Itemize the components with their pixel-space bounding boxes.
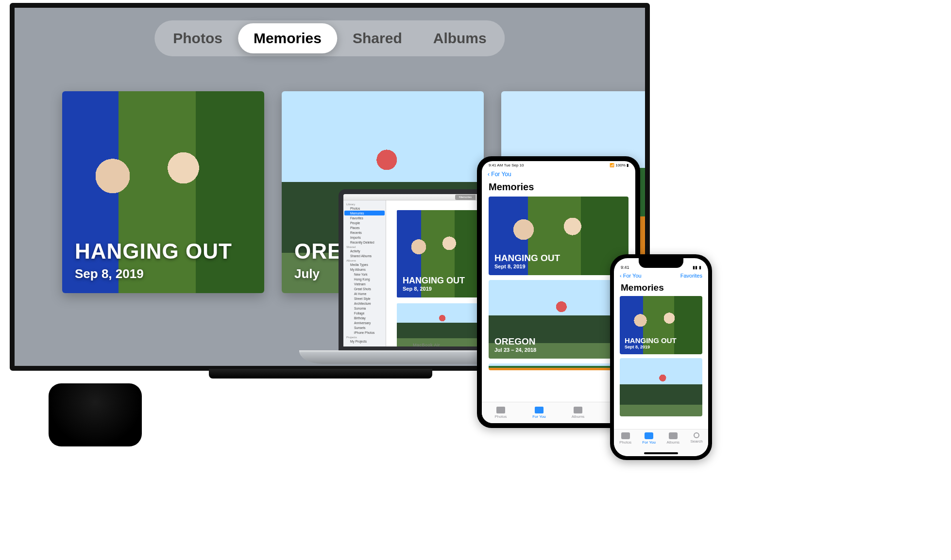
tab-for-you[interactable]: For You bbox=[642, 432, 656, 445]
sidebar-item-photos[interactable]: Photos bbox=[343, 206, 386, 211]
iphone-memory-card[interactable]: HANGING OUT Sept 8, 2019 bbox=[620, 296, 702, 354]
heart-icon bbox=[645, 432, 653, 439]
tab-albums[interactable]: Albums bbox=[666, 432, 679, 445]
status-battery: 📶 100% ▮ bbox=[610, 163, 628, 167]
sidebar-header-shared: Shared bbox=[343, 245, 386, 248]
sidebar-album[interactable]: Sonoma bbox=[343, 306, 386, 311]
sidebar-album[interactable]: New York bbox=[343, 272, 386, 277]
tv-top-tabs: Photos Memories Shared Albums bbox=[154, 20, 505, 56]
iphone-memory-card[interactable] bbox=[620, 358, 702, 416]
albums-icon bbox=[574, 407, 582, 413]
tv-tab-memories[interactable]: Memories bbox=[238, 23, 337, 53]
tv-tab-shared[interactable]: Shared bbox=[337, 23, 418, 53]
memory-title: HANGING OUT bbox=[625, 336, 697, 345]
tab-photos[interactable]: Photos bbox=[619, 432, 631, 445]
sidebar-album[interactable]: iPhone Photos bbox=[343, 330, 386, 335]
home-indicator[interactable] bbox=[644, 452, 678, 454]
tab-for-you[interactable]: For You bbox=[532, 407, 546, 419]
memory-title: HANGING OUT bbox=[494, 253, 623, 264]
sidebar-item-recents[interactable]: Recents bbox=[343, 230, 386, 235]
back-button[interactable]: ‹ For You bbox=[620, 273, 642, 279]
ipad-status-bar: 9:41 AM Tue Sep 10 📶 100% ▮ bbox=[482, 161, 635, 169]
memory-date: Sep 8, 2019 bbox=[75, 266, 252, 281]
sidebar-item-shared-albums[interactable]: Shared Albums bbox=[343, 253, 386, 258]
status-time: 9:41 bbox=[621, 265, 629, 270]
sidebar-album[interactable]: At Home bbox=[343, 291, 386, 296]
sidebar-album[interactable]: Street Style bbox=[343, 296, 386, 301]
iphone: 9:41 ▮▮ ▮ ‹ For You Favorites Memories H… bbox=[610, 254, 712, 460]
sidebar-item-imports[interactable]: Imports bbox=[343, 235, 386, 240]
ipad-memory-card[interactable]: OREGON Jul 23 – 24, 2018 bbox=[489, 280, 628, 359]
sidebar-header-albums: Albums bbox=[343, 258, 386, 262]
ipad-memory-card[interactable] bbox=[489, 363, 628, 370]
sidebar-item-people[interactable]: People bbox=[343, 220, 386, 225]
mac-memory-card[interactable] bbox=[397, 303, 484, 346]
sidebar-album[interactable]: Anniversary bbox=[343, 320, 386, 325]
page-title: Memories bbox=[482, 180, 635, 197]
memory-date: Sept 8, 2019 bbox=[625, 345, 697, 349]
ipad-nav-bar: ‹ For You bbox=[482, 169, 635, 180]
ipad-memory-card[interactable]: HANGING OUT Sept 8, 2019 bbox=[489, 197, 628, 275]
sidebar-album[interactable]: Vietnam bbox=[343, 281, 386, 286]
sidebar-album[interactable]: Sunsets bbox=[343, 325, 386, 330]
status-icons: ▮▮ ▮ bbox=[693, 265, 701, 270]
memory-title: HANGING OUT bbox=[75, 239, 252, 264]
mac-sidebar: Library Photos Memories Favorites People… bbox=[343, 200, 386, 346]
sidebar-item-media-types[interactable]: Media Types bbox=[343, 262, 386, 267]
memory-title: HANGING OUT bbox=[403, 276, 478, 286]
sidebar-item-recently-deleted[interactable]: Recently Deleted bbox=[343, 240, 386, 245]
memory-date: Sep 8, 2019 bbox=[403, 286, 478, 292]
back-button[interactable]: ‹ For You bbox=[488, 171, 511, 178]
memory-date: Sept 8, 2019 bbox=[494, 264, 623, 269]
segment-memories[interactable]: Memories bbox=[455, 195, 476, 200]
photos-icon bbox=[496, 407, 505, 413]
iphone-notch bbox=[639, 258, 683, 268]
albums-icon bbox=[669, 432, 678, 439]
iphone-nav-bar: ‹ For You Favorites bbox=[614, 271, 708, 280]
memory-date: Jul 23 – 24, 2018 bbox=[494, 347, 623, 353]
sidebar-album[interactable]: Architecture bbox=[343, 301, 386, 306]
sidebar-item-memories[interactable]: Memories bbox=[344, 211, 385, 215]
search-icon bbox=[694, 432, 699, 438]
tv-tab-albums[interactable]: Albums bbox=[418, 23, 502, 53]
sidebar-item-activity[interactable]: Activity bbox=[343, 248, 386, 253]
iphone-memory-list[interactable]: HANGING OUT Sept 8, 2019 bbox=[614, 296, 708, 429]
apple-tv-device bbox=[49, 383, 142, 446]
sidebar-album[interactable]: Birthday bbox=[343, 315, 386, 320]
sidebar-header-library: Library bbox=[343, 202, 386, 206]
tab-albums[interactable]: Albums bbox=[572, 407, 585, 419]
heart-icon bbox=[535, 407, 543, 413]
tab-search[interactable]: Search bbox=[690, 432, 702, 444]
tv-memory-card[interactable]: HANGING OUT Sep 8, 2019 bbox=[62, 91, 264, 293]
status-time: 9:41 AM Tue Sep 10 bbox=[489, 163, 524, 167]
sidebar-item-favorites[interactable]: Favorites bbox=[343, 215, 386, 220]
memory-title: OREGON bbox=[494, 336, 623, 347]
page-title: Memories bbox=[614, 280, 708, 296]
sidebar-album[interactable]: Foliage bbox=[343, 311, 386, 315]
tv-tab-photos[interactable]: Photos bbox=[157, 23, 238, 53]
favorites-link[interactable]: Favorites bbox=[680, 273, 702, 279]
tab-photos[interactable]: Photos bbox=[494, 407, 507, 419]
mac-memory-card[interactable]: HANGING OUT Sep 8, 2019 bbox=[397, 210, 484, 297]
sidebar-header-projects: Projects bbox=[343, 335, 386, 339]
photos-icon bbox=[621, 432, 630, 439]
sidebar-item-my-albums[interactable]: My Albums bbox=[343, 267, 386, 272]
sidebar-album[interactable]: Hong Kong bbox=[343, 277, 386, 281]
sidebar-item-places[interactable]: Places bbox=[343, 225, 386, 230]
sidebar-album[interactable]: Great Shots bbox=[343, 286, 386, 291]
iphone-screen: 9:41 ▮▮ ▮ ‹ For You Favorites Memories H… bbox=[614, 258, 708, 456]
